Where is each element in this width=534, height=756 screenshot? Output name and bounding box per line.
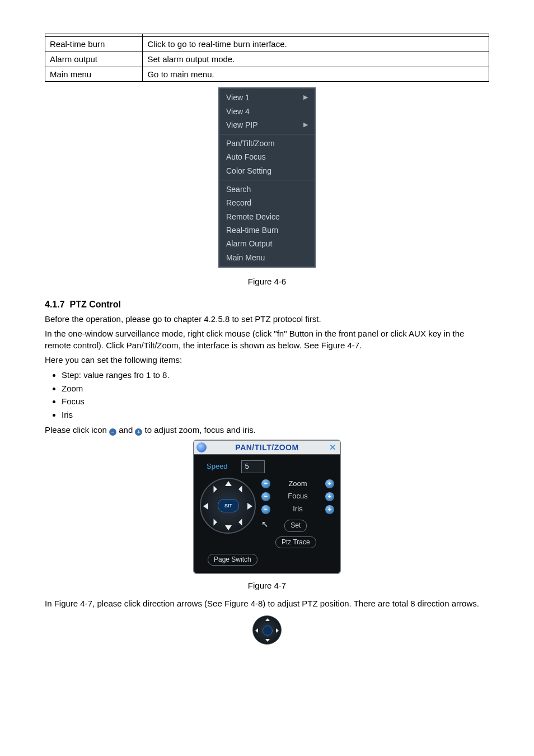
- close-icon[interactable]: ✕: [329, 443, 337, 451]
- menu-label: Color Setting: [226, 165, 271, 176]
- menu-label: Main Menu: [226, 252, 265, 263]
- table-row: Real-time burn Click to go to real-time …: [45, 37, 489, 52]
- table-cell-desc: Click to go to real-time burn interface.: [143, 37, 489, 52]
- arrow-up-icon[interactable]: [265, 618, 270, 621]
- menu-label: Remote Device: [226, 211, 280, 222]
- menu-item-remote-device[interactable]: Remote Device: [219, 210, 315, 223]
- menu-item-view1[interactable]: View 1 ▶: [219, 91, 315, 104]
- zoom-plus-button[interactable]: [325, 479, 334, 488]
- text-fragment: to adjust zoom, focus and iris.: [142, 425, 256, 435]
- set-button[interactable]: Set: [284, 520, 307, 531]
- menu-item-record[interactable]: Record: [219, 196, 315, 209]
- menu-item-ptz[interactable]: Pan/Tilt/Zoom: [219, 137, 315, 150]
- list-item: Focus: [62, 395, 489, 408]
- section-title: PTZ Control: [69, 300, 121, 309]
- context-menu: View 1 ▶ View 4 View PIP ▶ Pan/Tilt/Zoom…: [218, 87, 316, 268]
- menu-item-color-setting[interactable]: Color Setting: [219, 164, 315, 178]
- list-item: Iris: [62, 408, 489, 422]
- page-switch-button[interactable]: Page Switch: [208, 554, 257, 566]
- submenu-arrow-icon: ▶: [303, 93, 308, 102]
- paragraph: Before the operation, please go to chapt…: [45, 313, 489, 325]
- menu-item-search[interactable]: Search: [219, 183, 315, 196]
- plus-icon: +: [135, 428, 142, 436]
- menu-label: Record: [226, 197, 251, 208]
- direction-pad: SIT: [200, 478, 256, 534]
- list-item: Zoom: [62, 382, 489, 395]
- sit-button[interactable]: SIT: [218, 499, 239, 512]
- text-fragment: Please click icon: [45, 425, 109, 435]
- paragraph: Here you can set the following items:: [45, 354, 489, 366]
- dpad-center[interactable]: [263, 626, 273, 636]
- figure-caption-4-7: Figure 4-7: [45, 580, 489, 592]
- iris-plus-button[interactable]: [325, 505, 334, 514]
- menu-label: Real-time Burn: [226, 225, 278, 236]
- menu-item-alarm-output[interactable]: Alarm Output: [219, 237, 315, 250]
- arrow-left-icon[interactable]: [203, 503, 208, 510]
- section-number: 4.1.7: [45, 300, 65, 309]
- zoom-label: Zoom: [275, 479, 321, 489]
- arrow-right-icon[interactable]: [276, 628, 279, 633]
- menu-item-view-pip[interactable]: View PIP ▶: [219, 118, 315, 132]
- submenu-arrow-icon: ▶: [303, 120, 308, 129]
- menu-label: Auto Focus: [226, 151, 266, 162]
- menu-item-auto-focus[interactable]: Auto Focus: [219, 150, 315, 164]
- menu-label: Pan/Tilt/Zoom: [226, 138, 275, 149]
- ptz-trace-button[interactable]: Ptz Trace: [275, 536, 316, 548]
- logo-icon: [196, 442, 207, 452]
- text-fragment: and: [116, 425, 135, 435]
- speed-label: Speed: [207, 461, 228, 472]
- ptz-title-text: PAN/TILT/ZOOM: [235, 442, 298, 453]
- arrow-down-icon[interactable]: [265, 639, 270, 642]
- table-cell-desc: Set alarm output mode.: [143, 52, 489, 67]
- menu-item-realtime-burn[interactable]: Real-time Burn: [219, 223, 315, 237]
- menu-label: Search: [226, 184, 251, 195]
- arrow-down-icon[interactable]: [225, 525, 232, 530]
- section-heading: 4.1.7 PTZ Control: [45, 298, 489, 311]
- arrow-left-icon[interactable]: [255, 628, 258, 633]
- arrow-up-icon[interactable]: [225, 481, 232, 486]
- menu-item-main-menu[interactable]: Main Menu: [219, 251, 315, 264]
- cursor-icon[interactable]: ↖: [261, 518, 272, 530]
- list-item: Step: value ranges fro 1 to 8.: [62, 368, 489, 382]
- menu-label: Alarm Output: [226, 238, 272, 249]
- menu-label: View PIP: [226, 119, 258, 130]
- table-cell-name: Alarm output: [45, 52, 143, 67]
- menu-item-view4[interactable]: View 4: [219, 105, 315, 118]
- menu-label: View 1: [226, 92, 250, 103]
- iris-minus-button[interactable]: [261, 505, 270, 514]
- menu-label: View 4: [226, 106, 250, 117]
- minus-icon: −: [109, 428, 116, 436]
- table-cell-name: Main menu: [45, 67, 143, 82]
- ptz-panel: PAN/TILT/ZOOM ✕ Speed 5 SIT: [193, 440, 341, 575]
- table-row: Alarm output Set alarm output mode.: [45, 52, 489, 67]
- speed-input[interactable]: 5: [241, 460, 265, 473]
- focus-minus-button[interactable]: [261, 492, 270, 501]
- arrow-right-icon[interactable]: [247, 503, 252, 510]
- paragraph: In the one-window surveillance mode, rig…: [45, 328, 489, 352]
- description-table: Real-time burn Click to go to real-time …: [45, 34, 489, 82]
- paragraph: In Figure 4-7, please click direction ar…: [45, 598, 489, 610]
- table-cell-name: Real-time burn: [45, 37, 143, 52]
- bullet-list: Step: value ranges fro 1 to 8. Zoom Focu…: [45, 368, 489, 422]
- focus-label: Focus: [275, 491, 321, 502]
- zoom-minus-button[interactable]: [261, 479, 270, 488]
- focus-plus-button[interactable]: [325, 492, 334, 501]
- iris-label: Iris: [275, 504, 321, 515]
- ptz-titlebar: PAN/TILT/ZOOM ✕: [194, 441, 340, 455]
- small-direction-pad: [252, 615, 282, 645]
- paragraph: Please click icon − and + to adjust zoom…: [45, 424, 489, 436]
- figure-caption-4-6: Figure 4-6: [45, 276, 489, 288]
- table-cell-desc: Go to main menu.: [143, 67, 489, 82]
- table-row: Main menu Go to main menu.: [45, 67, 489, 82]
